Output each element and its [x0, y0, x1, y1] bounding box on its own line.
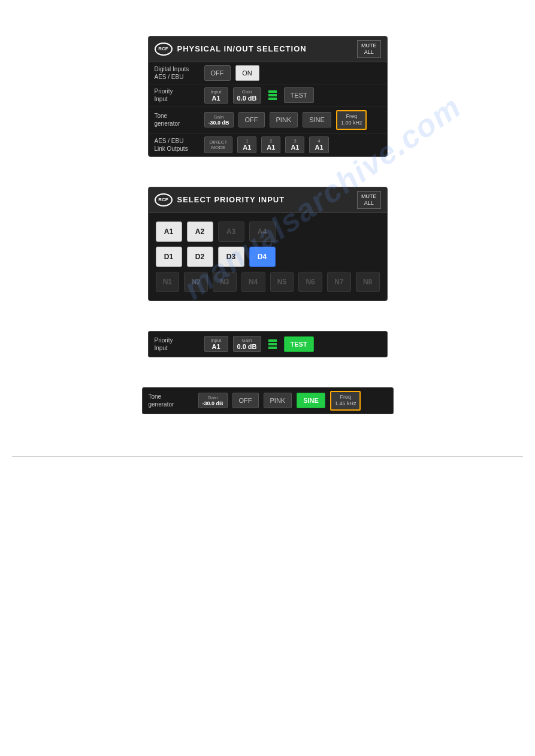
freq-label: Freq: [341, 113, 362, 120]
tone-gain-value: -30.0 dB: [208, 120, 229, 126]
priority-input-selector[interactable]: Input A1: [204, 87, 228, 104]
level-bar-2: [268, 94, 277, 96]
input-btn-d3[interactable]: D3: [218, 247, 244, 267]
input-btn-n6[interactable]: N6: [298, 272, 322, 292]
input-btn-n2[interactable]: N2: [184, 272, 208, 292]
tone-off-button[interactable]: OFF: [238, 112, 265, 127]
input-btn-d2[interactable]: D2: [187, 247, 213, 267]
input-btn-n1[interactable]: N1: [156, 272, 180, 292]
strip-test-button[interactable]: TEST: [284, 336, 314, 352]
priority-strip-input[interactable]: Input A1: [204, 336, 228, 352]
input-row-n: N1 N2 N3 N4 N5 N6 N7 N8: [156, 272, 380, 292]
aes-ch3-label: 3: [294, 138, 296, 144]
page-container: manualsarchive.com RCF PHYSICAL IN/OUT S…: [0, 0, 535, 481]
priority-strip-label: PriorityInput: [155, 336, 200, 352]
tone-pink-button[interactable]: PINK: [270, 112, 298, 127]
tone-strip-sine-button[interactable]: SINE: [297, 393, 325, 408]
aes-ch4-value: A1: [315, 144, 323, 151]
aes-direct-mode-button[interactable]: DIRECTMODE: [204, 136, 233, 153]
rcf-logo-2: RCF: [155, 193, 173, 207]
aes-ch3-button[interactable]: 3 A1: [285, 136, 304, 153]
panel1-title: RCF PHYSICAL IN/OUT SELECTION: [155, 42, 307, 56]
input-row-d: D1 D2 D3 D4: [156, 247, 380, 267]
aes-ch4-button[interactable]: 4 A1: [309, 136, 328, 153]
tone-sine-button[interactable]: SINE: [303, 112, 331, 127]
input-btn-n8[interactable]: N8: [356, 272, 380, 292]
tone-strip-gain-value: -30.0 dB: [202, 400, 223, 406]
tone-strip-off-button[interactable]: OFF: [232, 393, 259, 408]
bottom-divider: [12, 456, 523, 457]
input-btn-a2[interactable]: A2: [187, 221, 213, 242]
priority-strip-gain[interactable]: Gain 0.0 dB: [233, 336, 261, 352]
digital-off-button[interactable]: OFF: [204, 65, 231, 81]
input-btn-n4[interactable]: N4: [241, 272, 265, 292]
panel1-title-text: PHYSICAL IN/OUT SELECTION: [177, 44, 307, 53]
priority-input-label: PriorityInput: [155, 87, 200, 103]
input-row-a: A1 A2 A3 A4: [156, 221, 380, 242]
physical-inout-panel: RCF PHYSICAL IN/OUT SELECTION MUTEALL Di…: [148, 36, 388, 157]
aes-outputs-row: AES / EBULink Outputs DIRECTMODE 1 A1 2 …: [149, 133, 387, 156]
input-btn-a1[interactable]: A1: [156, 221, 182, 242]
gain-sub-label: Gain: [242, 89, 252, 95]
tone-freq-button[interactable]: Freq 1.00 kHz: [336, 110, 367, 130]
input-btn-a3[interactable]: A3: [218, 221, 244, 242]
strip-level-bar-2: [268, 343, 277, 345]
priority-input-grid: A1 A2 A3 A4 D1 D2 D3 D4 N1 N2 N3 N4 N5 N…: [149, 213, 387, 300]
input-btn-n5[interactable]: N5: [270, 272, 294, 292]
priority-test-button[interactable]: TEST: [284, 87, 314, 103]
input-value: A1: [211, 95, 220, 102]
aes-ch4-label: 4: [318, 138, 320, 144]
freq-value: 1.00 kHz: [341, 120, 362, 127]
digital-inputs-row: Digital InputsAES / EBU OFF ON: [149, 62, 387, 84]
tone-freq-value: 1.45 kHz: [335, 400, 356, 408]
strip-input-label: Input: [211, 338, 222, 343]
strip-gain-value: 0.0 dB: [237, 343, 257, 350]
level-bar-1: [268, 90, 277, 93]
level-bar-3: [268, 98, 277, 100]
panel2-title-text: SELECT PRIORITY INPUT: [177, 195, 285, 204]
aes-ch1-button[interactable]: 1 A1: [237, 136, 256, 153]
gain-value: 0.0 dB: [237, 95, 257, 102]
aes-ch3-value: A1: [291, 144, 299, 151]
input-btn-n3[interactable]: N3: [213, 272, 237, 292]
tone-strip-gain[interactable]: Gain -30.0 dB: [198, 393, 228, 408]
rcf-logo: RCF: [155, 42, 173, 56]
aes-outputs-label: AES / EBULink Outputs: [155, 137, 200, 153]
tone-strip: Tonegenerator Gain -30.0 dB OFF PINK SIN…: [142, 387, 394, 414]
priority-strip: PriorityInput Input A1 Gain 0.0 dB TEST: [148, 331, 388, 357]
tone-strip-pink-button[interactable]: PINK: [264, 393, 292, 408]
strip-level-bars: [268, 339, 277, 349]
mute-all-button-1[interactable]: MUTEALL: [357, 40, 381, 58]
mute-all-button-2[interactable]: MUTEALL: [357, 191, 381, 209]
digital-on-button[interactable]: ON: [235, 65, 259, 81]
panel2-title: RCF SELECT PRIORITY INPUT: [155, 193, 285, 207]
strip-level-bar-1: [268, 339, 277, 342]
input-btn-d1[interactable]: D1: [156, 247, 182, 267]
tone-freq-label: Freq: [335, 394, 356, 401]
panel2-header: RCF SELECT PRIORITY INPUT MUTEALL: [149, 187, 387, 213]
select-priority-panel: RCF SELECT PRIORITY INPUT MUTEALL A1 A2 …: [148, 187, 388, 301]
tone-strip-gain-label: Gain: [208, 395, 218, 400]
strip-gain-label: Gain: [242, 338, 252, 343]
aes-ch2-label: 2: [270, 138, 272, 144]
input-btn-n7[interactable]: N7: [327, 272, 351, 292]
priority-gain-selector[interactable]: Gain 0.0 dB: [233, 87, 261, 104]
digital-inputs-label: Digital InputsAES / EBU: [155, 65, 200, 81]
tone-generator-row: Tonegenerator Gain -30.0 dB OFF PINK SIN…: [149, 107, 387, 133]
level-bars: [268, 90, 277, 100]
input-btn-d4[interactable]: D4: [249, 247, 276, 267]
input-btn-a4[interactable]: A4: [249, 221, 276, 242]
panel1-header: RCF PHYSICAL IN/OUT SELECTION MUTEALL: [149, 37, 387, 62]
aes-ch2-button[interactable]: 2 A1: [261, 136, 280, 153]
input-sub-label: Input: [211, 89, 222, 95]
tone-strip-freq-button[interactable]: Freq 1.45 kHz: [330, 391, 361, 411]
aes-ch2-value: A1: [267, 144, 275, 151]
priority-input-row: PriorityInput Input A1 Gain 0.0 dB TEST: [149, 84, 387, 107]
tone-gain-label: Gain: [214, 114, 224, 120]
tone-generator-label: Tonegenerator: [155, 112, 200, 127]
tone-gain-selector[interactable]: Gain -30.0 dB: [204, 112, 234, 127]
aes-ch1-label: 1: [246, 138, 248, 144]
tone-strip-label: Tonegenerator: [149, 393, 194, 408]
strip-level-bar-3: [268, 347, 277, 349]
aes-ch1-value: A1: [243, 144, 251, 151]
